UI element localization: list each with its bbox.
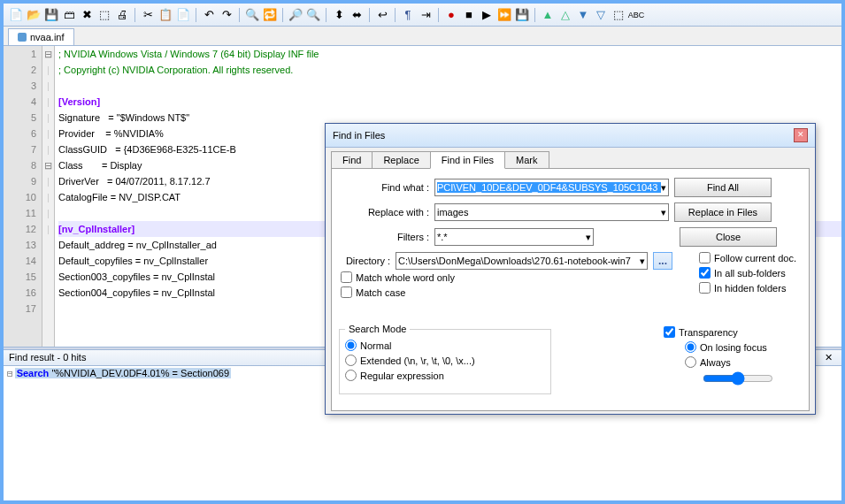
zoom-out-icon[interactable]: 🔍 xyxy=(305,7,321,23)
sm-normal-radio[interactable]: Normal xyxy=(345,340,545,351)
paste-icon[interactable]: 📄 xyxy=(175,7,191,23)
dropdown-icon[interactable]: ▾ xyxy=(661,182,666,194)
fold-gutter[interactable]: ⊟||||||⊟|||| xyxy=(42,46,55,347)
zoom-in-icon[interactable]: 🔎 xyxy=(288,7,303,23)
dropdown-icon[interactable]: ▾ xyxy=(661,207,666,218)
line-gutter: 1234567891011121314151617 xyxy=(4,46,42,347)
dialog-tabs: Find Replace Find in Files Mark xyxy=(326,148,815,169)
collapse-icon[interactable]: ▲ xyxy=(540,7,556,23)
cut-icon[interactable]: ✂ xyxy=(140,7,156,23)
replacewith-label: Replace with : xyxy=(341,207,429,218)
save-all-icon[interactable]: 🗃 xyxy=(61,7,77,23)
print-icon[interactable]: 🖨 xyxy=(114,7,130,23)
replace-icon[interactable]: 🔁 xyxy=(262,7,278,23)
sync-v-icon[interactable]: ⬍ xyxy=(331,7,347,23)
tab-replace[interactable]: Replace xyxy=(372,151,430,169)
tr-losing-radio[interactable]: On losing focus xyxy=(685,341,796,353)
followdoc-checkbox[interactable]: Follow current doc. xyxy=(699,252,796,263)
browse-directory-button[interactable]: ... xyxy=(653,252,672,270)
file-tab[interactable]: nvaa.inf xyxy=(8,28,74,45)
record-icon[interactable]: ● xyxy=(443,7,459,23)
sync-h-icon[interactable]: ⬌ xyxy=(349,7,365,23)
expand-all-icon[interactable]: ▽ xyxy=(593,7,609,23)
close-button[interactable]: Close xyxy=(680,227,777,247)
filters-label: Filters : xyxy=(341,232,429,242)
findwhat-input[interactable]: PCI\VEN_10DE&DEV_0DF4&SUBSYS_105C1043 xyxy=(437,182,661,193)
fast-icon[interactable]: ⏩ xyxy=(496,7,512,23)
indent-icon[interactable]: ⇥ xyxy=(418,7,434,23)
tab-mark[interactable]: Mark xyxy=(504,151,549,169)
sm-regex-radio[interactable]: Regular expression xyxy=(345,370,545,381)
dropdown-icon[interactable]: ▾ xyxy=(586,232,591,243)
file-tab-label: nvaa.inf xyxy=(30,32,65,42)
hidden-chars-icon[interactable]: ⬚ xyxy=(611,7,626,23)
stop-icon[interactable]: ■ xyxy=(461,7,477,23)
open-file-icon[interactable]: 📂 xyxy=(26,7,42,23)
close-file-icon[interactable]: ✖ xyxy=(79,7,95,23)
find-result-line: "%NVIDIA_DEV.0DF4.01% = Section069 xyxy=(51,368,229,378)
main-toolbar: 📄 📂 💾 🗃 ✖ ⬚ 🖨 ✂ 📋 📄 ↶ ↷ 🔍 🔁 🔎 🔍 ⬍ ⬌ ↩ ¶ … xyxy=(4,4,841,27)
save-icon[interactable]: 💾 xyxy=(43,7,59,23)
tab-findinfiles[interactable]: Find in Files xyxy=(430,151,505,169)
file-tabs: nvaa.inf xyxy=(4,27,841,46)
subfolders-checkbox[interactable]: In all sub-folders xyxy=(699,267,796,279)
findwhat-label: Find what : xyxy=(341,182,429,193)
show-all-icon[interactable]: ¶ xyxy=(400,7,416,23)
dialog-title: Find in Files xyxy=(333,130,385,141)
collapse-all-icon[interactable]: ▼ xyxy=(575,7,591,23)
directory-input[interactable]: C:\Users\DonMega\Downloads\270.61-notebo… xyxy=(398,256,640,266)
dialog-close-button[interactable]: ✕ xyxy=(794,128,808,142)
matchcase-checkbox[interactable]: Match case xyxy=(341,286,455,298)
close-all-icon[interactable]: ⬚ xyxy=(96,7,112,23)
wordwrap-icon[interactable]: ↩ xyxy=(374,7,390,23)
tab-find[interactable]: Find xyxy=(331,151,373,169)
file-dirty-icon xyxy=(18,33,27,42)
directory-label: Directory : xyxy=(341,256,390,266)
play-icon[interactable]: ▶ xyxy=(479,7,495,23)
expand-icon[interactable]: △ xyxy=(557,7,573,23)
find-icon[interactable]: 🔍 xyxy=(244,7,260,23)
find-result-title: Find result - 0 hits xyxy=(9,352,86,363)
find-all-button[interactable]: Find All xyxy=(674,178,772,197)
replacewith-input[interactable]: images xyxy=(437,207,661,218)
replace-in-files-button[interactable]: Replace in Files xyxy=(674,202,772,222)
search-mode-legend: Search Mode xyxy=(345,324,410,334)
transparency-slider[interactable] xyxy=(703,371,773,386)
redo-icon[interactable]: ↷ xyxy=(219,7,234,23)
new-file-icon[interactable]: 📄 xyxy=(8,7,24,23)
spellcheck-icon[interactable]: ABC xyxy=(628,7,644,23)
find-in-files-dialog: Find in Files ✕ Find Replace Find in Fil… xyxy=(325,123,816,415)
sm-extended-radio[interactable]: Extended (\n, \r, \t, \0, \x...) xyxy=(345,355,545,366)
search-mode-group: Search Mode Normal Extended (\n, \r, \t,… xyxy=(339,324,551,394)
hidden-checkbox[interactable]: In hidden folders xyxy=(699,282,796,294)
save-macro-icon[interactable]: 💾 xyxy=(514,7,530,23)
collapse-icon[interactable]: ⊟ xyxy=(5,368,15,379)
transparency-checkbox[interactable]: Transparency xyxy=(664,326,796,338)
undo-icon[interactable]: ↶ xyxy=(201,7,217,23)
filters-input[interactable]: *.* xyxy=(437,232,586,242)
close-panel-icon[interactable]: ✕ xyxy=(821,352,836,363)
copy-icon[interactable]: 📋 xyxy=(157,7,173,23)
dropdown-icon[interactable]: ▾ xyxy=(640,256,645,267)
wholeword-checkbox[interactable]: Match whole word only xyxy=(341,271,455,283)
dialog-titlebar[interactable]: Find in Files ✕ xyxy=(326,124,815,148)
tr-always-radio[interactable]: Always xyxy=(685,356,796,368)
